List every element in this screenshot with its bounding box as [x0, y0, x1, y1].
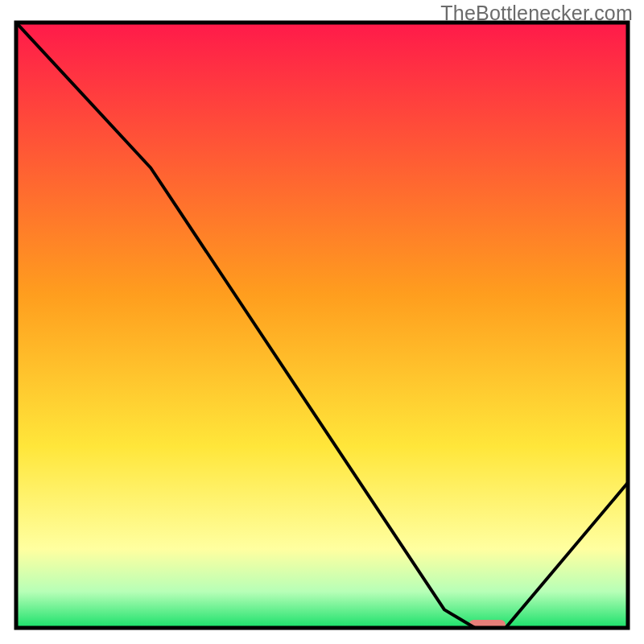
- watermark-text: TheBottlenecker.com: [440, 2, 633, 25]
- chart-container: { "watermark": "TheBottlenecker.com", "c…: [0, 0, 644, 644]
- bottleneck-chart: [0, 0, 644, 644]
- plot-background: [16, 23, 628, 628]
